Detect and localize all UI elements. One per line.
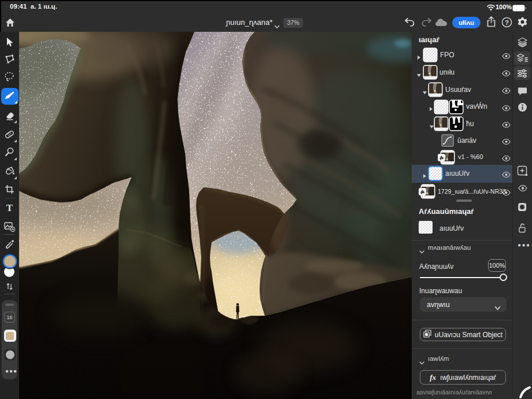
svg-text:T: T xyxy=(6,203,13,213)
svg-text:?: ? xyxy=(505,19,509,26)
